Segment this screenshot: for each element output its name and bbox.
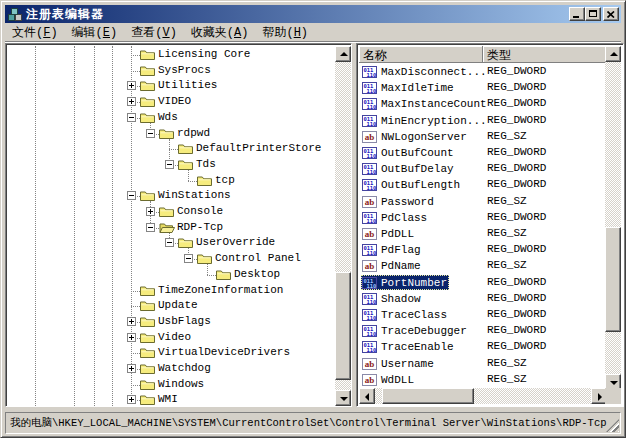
value-name-cell[interactable]: abPassword	[361, 194, 436, 209]
collapse-minus-icon[interactable]	[127, 191, 136, 200]
menu-item-help[interactable]: 帮助(H)	[255, 23, 315, 43]
value-row[interactable]: 011 110OutBufDelayREG_DWORD	[359, 161, 607, 177]
expand-plus-icon[interactable]	[127, 395, 136, 404]
value-name-cell[interactable]: 011 110PdClass	[361, 210, 429, 225]
tree-row[interactable]: Wds	[8, 110, 335, 125]
value-name-cell[interactable]: abPdName	[361, 258, 423, 273]
column-header-type[interactable]: 类型	[483, 46, 607, 63]
value-name-cell[interactable]: abWdDLL	[361, 372, 416, 387]
value-name-cell[interactable]: abUsername	[361, 356, 436, 371]
value-name-cell[interactable]: 011 110Shadow	[361, 291, 423, 306]
collapse-minus-icon[interactable]	[165, 238, 174, 247]
tree-row[interactable]: WMI	[8, 392, 335, 406]
value-name-cell[interactable]: 011 110MaxInstanceCount	[361, 96, 489, 111]
tree-row[interactable]: Video	[8, 330, 335, 345]
collapse-minus-icon[interactable]	[165, 160, 174, 169]
tree-row[interactable]: Control Panel	[8, 251, 335, 266]
value-row[interactable]: 011 110MinEncryption...REG_DWORD	[359, 113, 607, 129]
menu-item-edit[interactable]: 编辑(E)	[65, 23, 125, 43]
tree-row[interactable]: Tds	[8, 157, 335, 172]
titlebar[interactable]: 注册表编辑器	[5, 5, 621, 23]
tree-row[interactable]: DefaultPrinterStore	[8, 141, 335, 156]
tree-row[interactable]: tcp	[8, 173, 335, 188]
value-name-cell[interactable]: 011 110MaxDisconnect...	[361, 64, 489, 79]
scroll-up-button[interactable]	[605, 46, 621, 62]
resize-grip[interactable]	[606, 419, 619, 432]
value-name-cell[interactable]: abPdDLL	[361, 226, 416, 241]
value-name-cell[interactable]: 011 110MaxIdleTime	[361, 80, 456, 95]
scroll-up-button[interactable]	[335, 46, 351, 62]
tree-row[interactable]: UserOverride	[8, 235, 335, 250]
scroll-down-button[interactable]	[335, 390, 351, 406]
tree-row[interactable]: Desktop	[8, 267, 335, 282]
tree-row[interactable]: WinStations	[8, 188, 335, 203]
tree-row[interactable]: TimeZoneInformation	[8, 283, 335, 298]
collapse-minus-icon[interactable]	[146, 223, 155, 232]
tree-row[interactable]: SysProcs	[8, 63, 335, 78]
menu-item-file[interactable]: 文件(F)	[5, 23, 65, 43]
tree-row[interactable]: Utilities	[8, 78, 335, 93]
expand-plus-icon[interactable]	[127, 97, 136, 106]
menu-item-view[interactable]: 查看(V)	[124, 23, 184, 43]
value-row[interactable]: 011 110OutBufCountREG_DWORD	[359, 145, 607, 161]
scroll-left-button[interactable]	[359, 388, 375, 404]
value-row[interactable]: abUsernameREG_SZ	[359, 356, 607, 372]
value-row[interactable]: abPdNameREG_SZ	[359, 258, 607, 274]
values-vertical-scrollbar[interactable]	[605, 46, 621, 390]
value-row[interactable]: 011 110TraceEnableREG_DWORD	[359, 339, 607, 355]
value-row[interactable]: 011 110MaxInstanceCountREG_DWORD	[359, 96, 607, 112]
value-row[interactable]: abPasswordREG_SZ	[359, 194, 607, 210]
value-row[interactable]: 011 110PdFlagREG_DWORD	[359, 242, 607, 258]
tree-row[interactable]: VirtualDeviceDrivers	[8, 345, 335, 360]
value-name-cell[interactable]: 011 110TraceDebugger	[361, 323, 469, 338]
close-button[interactable]	[603, 7, 619, 21]
value-row[interactable]: 011 110TraceDebuggerREG_DWORD	[359, 323, 607, 339]
tree-row[interactable]: Licensing Core	[8, 47, 335, 62]
tree-row[interactable]: Console	[8, 204, 335, 219]
value-name-cell[interactable]: 011 110OutBufLength	[361, 177, 462, 192]
menu-item-favorites[interactable]: 收藏夹(A)	[184, 23, 256, 43]
value-row[interactable]: abPdDLLREG_SZ	[359, 226, 607, 242]
value-row[interactable]: abWdDLLREG_SZ	[359, 372, 607, 388]
expand-plus-icon[interactable]	[127, 333, 136, 342]
expand-plus-icon[interactable]	[146, 207, 155, 216]
value-name-cell[interactable]: 011 110TraceEnable	[361, 339, 456, 354]
tree-row[interactable]: Watchdog	[8, 361, 335, 376]
collapse-minus-icon[interactable]	[146, 129, 155, 138]
selected-value-name[interactable]: 011 110PortNumber	[361, 275, 449, 290]
tree-row[interactable]: RDP-Tcp	[8, 220, 335, 235]
values-horizontal-scrollbar[interactable]	[359, 388, 607, 404]
maximize-button[interactable]	[585, 7, 601, 21]
value-row[interactable]: 011 110MaxDisconnect...REG_DWORD	[359, 64, 607, 80]
expand-plus-icon[interactable]	[127, 364, 136, 373]
value-name-cell[interactable]: 011 110OutBufCount	[361, 145, 456, 160]
tree-vertical-scrollbar[interactable]	[335, 46, 351, 406]
value-row[interactable]: 011 110MaxIdleTimeREG_DWORD	[359, 80, 607, 96]
tree-row[interactable]: UsbFlags	[8, 314, 335, 329]
expand-plus-icon[interactable]	[127, 317, 136, 326]
scrollbar-thumb[interactable]	[605, 227, 621, 332]
expand-plus-icon[interactable]	[127, 81, 136, 90]
tree-row[interactable]: rdpwd	[8, 126, 335, 141]
value-name-cell[interactable]: 011 110OutBufDelay	[361, 161, 456, 176]
value-row[interactable]: 011 110PdClassREG_DWORD	[359, 210, 607, 226]
value-row[interactable]: 011 110PortNumberREG_DWORD	[359, 275, 607, 291]
column-header-name[interactable]: 名称	[359, 46, 483, 63]
value-row[interactable]: 011 110ShadowREG_DWORD	[359, 291, 607, 307]
tree-row-label: Wds	[158, 111, 178, 124]
scrollbar-thumb[interactable]	[382, 388, 474, 404]
value-row[interactable]: 011 110OutBufLengthREG_DWORD	[359, 177, 607, 193]
scrollbar-thumb[interactable]	[335, 272, 351, 380]
value-row[interactable]: abNWLogonServerREG_SZ	[359, 129, 607, 145]
tree-row[interactable]: Update	[8, 298, 335, 313]
value-name-cell[interactable]: abNWLogonServer	[361, 129, 469, 144]
collapse-minus-icon[interactable]	[127, 113, 136, 122]
value-name-cell[interactable]: 011 110PdFlag	[361, 242, 423, 257]
minimize-button[interactable]	[569, 7, 585, 21]
value-name-cell[interactable]: 011 110TraceClass	[361, 307, 449, 322]
value-row[interactable]: 011 110TraceClassREG_DWORD	[359, 307, 607, 323]
tree-row[interactable]: VIDEO	[8, 94, 335, 109]
value-name-cell[interactable]: 011 110MinEncryption...	[361, 113, 489, 128]
tree-row[interactable]: Windows	[8, 377, 335, 392]
collapse-minus-icon[interactable]	[184, 254, 193, 263]
